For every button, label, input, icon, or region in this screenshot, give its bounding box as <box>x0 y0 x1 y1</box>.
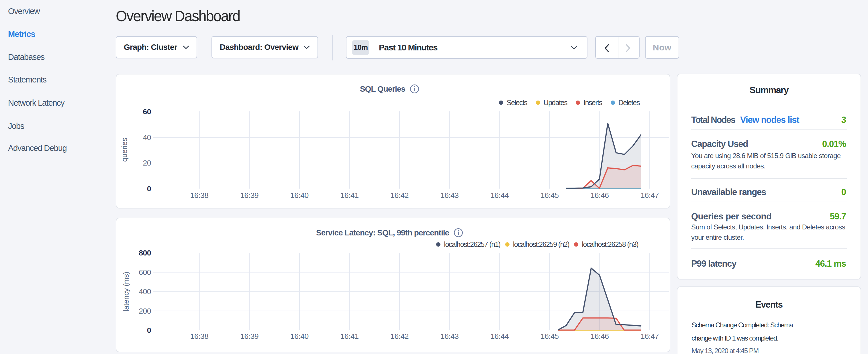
svg-text:16:41: 16:41 <box>340 191 359 200</box>
svg-text:16:41: 16:41 <box>340 332 359 341</box>
svg-text:0: 0 <box>147 185 151 193</box>
svg-text:16:42: 16:42 <box>390 191 409 200</box>
svg-text:16:42: 16:42 <box>390 332 409 341</box>
svg-text:latency (ms): latency (ms) <box>122 272 130 311</box>
svg-text:40: 40 <box>143 133 151 142</box>
svg-text:queries: queries <box>120 138 129 162</box>
svg-text:16:43: 16:43 <box>440 191 459 200</box>
svg-text:400: 400 <box>139 287 151 296</box>
svg-text:20: 20 <box>143 159 151 167</box>
svg-text:200: 200 <box>139 307 151 315</box>
svg-text:16:39: 16:39 <box>240 191 258 200</box>
svg-text:16:38: 16:38 <box>190 191 209 200</box>
svg-text:16:44: 16:44 <box>490 332 509 341</box>
svg-text:16:40: 16:40 <box>290 332 309 341</box>
svg-text:16:40: 16:40 <box>290 191 309 200</box>
svg-text:16:47: 16:47 <box>641 332 659 341</box>
svg-text:16:46: 16:46 <box>591 191 609 200</box>
svg-text:16:39: 16:39 <box>240 332 258 341</box>
svg-text:60: 60 <box>143 107 151 116</box>
svg-text:800: 800 <box>139 249 151 257</box>
svg-text:16:47: 16:47 <box>641 191 659 200</box>
svg-text:16:46: 16:46 <box>591 332 609 341</box>
svg-text:16:43: 16:43 <box>440 332 459 341</box>
svg-text:0: 0 <box>147 326 151 334</box>
svg-text:16:44: 16:44 <box>490 191 509 200</box>
svg-text:600: 600 <box>139 268 151 277</box>
svg-text:16:45: 16:45 <box>540 332 559 341</box>
svg-text:16:38: 16:38 <box>190 332 209 341</box>
svg-text:16:45: 16:45 <box>540 191 559 200</box>
